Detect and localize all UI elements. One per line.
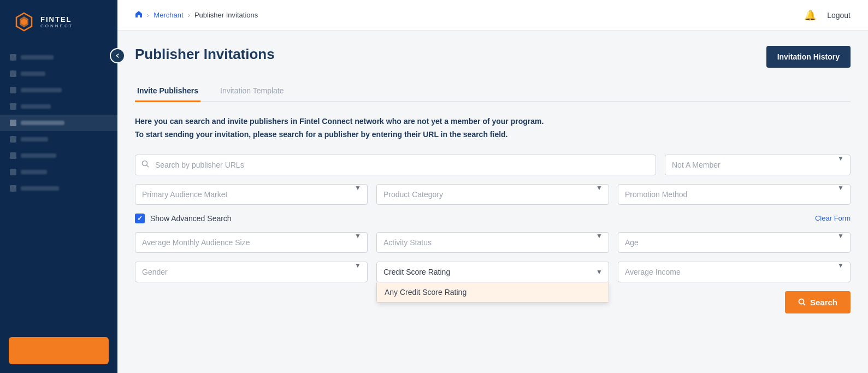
sidebar-item[interactable]: [0, 147, 117, 164]
promotion-method-dropdown[interactable]: Promotion Method: [618, 184, 851, 205]
sidebar-item[interactable]: [0, 49, 117, 66]
description: Here you can search and invite publisher…: [135, 115, 851, 141]
sidebar-item[interactable]: [0, 82, 117, 98]
sidebar-bottom: [0, 328, 117, 373]
sidebar-item[interactable]: [0, 66, 117, 82]
breadcrumb-sep1: ›: [147, 11, 149, 19]
activity-status-wrapper: Activity Status ▼: [376, 232, 609, 253]
svg-point-3: [143, 161, 147, 166]
page-header: Publisher Invitations Invitation History: [135, 46, 851, 68]
credit-score-select-container: Credit Score Rating ▼: [376, 262, 609, 282]
svg-line-6: [803, 304, 805, 306]
main-content: › Merchant › Publisher Invitations 🔔 Log…: [117, 0, 868, 373]
sidebar-item[interactable]: [0, 180, 117, 197]
breadcrumb-sep2: ›: [188, 11, 190, 19]
search-icon: [141, 160, 149, 169]
sidebar-toggle[interactable]: [110, 48, 125, 63]
topbar: › Merchant › Publisher Invitations 🔔 Log…: [117, 0, 868, 31]
age-wrapper: Age ▼: [618, 232, 851, 253]
filter-row-2: Primary Audience Market ▼ Product Catego…: [135, 184, 851, 205]
age-dropdown[interactable]: Age: [618, 232, 851, 253]
search-btn-icon: [798, 298, 806, 306]
search-btn-label: Search: [810, 298, 837, 307]
breadcrumb-current: Publisher Invitations: [194, 11, 258, 19]
logout-button[interactable]: Logout: [827, 11, 851, 20]
svg-point-5: [799, 299, 804, 304]
sidebar-promo-block: [9, 337, 109, 364]
sidebar-item[interactable]: [0, 164, 117, 180]
chevron-left-icon: [115, 53, 120, 58]
breadcrumb-home-icon[interactable]: [135, 10, 143, 20]
primary-audience-dropdown[interactable]: Primary Audience Market: [135, 184, 368, 205]
gender-dropdown[interactable]: Gender: [135, 262, 368, 282]
notification-bell-icon[interactable]: 🔔: [804, 9, 816, 21]
breadcrumb-merchant[interactable]: Merchant: [153, 11, 183, 19]
logo: FINTEL CONNECT: [0, 0, 117, 44]
show-advanced-checkbox[interactable]: ✓: [135, 214, 145, 223]
sidebar-item[interactable]: [0, 98, 117, 115]
advanced-left: ✓ Show Advanced Search: [135, 214, 232, 223]
fintel-logo-icon: [13, 11, 35, 33]
topbar-right: 🔔 Logout: [804, 9, 851, 21]
search-input[interactable]: [135, 155, 656, 175]
search-button[interactable]: Search: [785, 291, 851, 313]
credit-score-wrapper: Credit Score Rating ▼ Any Credit Score R…: [376, 262, 609, 282]
advanced-search-row: ✓ Show Advanced Search Clear Form: [135, 214, 851, 223]
sidebar-nav: [0, 44, 117, 328]
tab-invite-publishers[interactable]: Invite Publishers: [135, 81, 200, 102]
show-advanced-label[interactable]: Show Advanced Search: [150, 214, 232, 223]
average-income-wrapper: Average Income ▼: [618, 262, 851, 282]
page-title: Publisher Invitations: [135, 46, 275, 63]
average-income-dropdown[interactable]: Average Income: [618, 262, 851, 282]
breadcrumb: › Merchant › Publisher Invitations: [135, 10, 258, 20]
advanced-filter-row-2: Gender ▼ Credit Score Rating ▼ Any Credi…: [135, 262, 851, 282]
audience-size-dropdown[interactable]: Average Monthly Audience Size: [135, 232, 368, 253]
activity-status-dropdown[interactable]: Activity Status: [376, 232, 609, 253]
description-line1: Here you can search and invite publisher…: [135, 115, 851, 128]
sidebar-item[interactable]: [0, 115, 117, 131]
member-status-dropdown[interactable]: Not A Member Member All: [665, 155, 851, 175]
clear-form-link[interactable]: Clear Form: [815, 214, 851, 222]
product-category-wrapper: Product Category ▼: [376, 184, 609, 205]
credit-score-option-any[interactable]: Any Credit Score Rating: [377, 282, 609, 302]
member-status-wrapper: Not A Member Member All ▼: [665, 155, 851, 175]
gender-wrapper: Gender ▼: [135, 262, 368, 282]
sidebar: FINTEL CONNECT: [0, 0, 117, 373]
credit-score-options: Any Credit Score Rating: [376, 282, 609, 303]
svg-line-4: [147, 165, 149, 168]
tabs: Invite Publishers Invitation Template: [135, 81, 851, 102]
description-line2: To start sending your invitation, please…: [135, 128, 851, 141]
checkbox-check-icon: ✓: [137, 215, 143, 222]
filter-row-1: Not A Member Member All ▼: [135, 155, 851, 175]
tab-invitation-template[interactable]: Invitation Template: [218, 81, 286, 102]
audience-size-wrapper: Average Monthly Audience Size ▼: [135, 232, 368, 253]
invitation-history-button[interactable]: Invitation History: [766, 46, 851, 68]
content-area: Publisher Invitations Invitation History…: [117, 31, 868, 373]
advanced-filter-row-1: Average Monthly Audience Size ▼ Activity…: [135, 232, 851, 253]
sidebar-item[interactable]: [0, 131, 117, 147]
logo-text: FINTEL CONNECT: [40, 15, 74, 28]
credit-score-dropdown[interactable]: Credit Score Rating: [376, 262, 609, 282]
search-input-wrapper: [135, 155, 656, 175]
primary-audience-wrapper: Primary Audience Market ▼: [135, 184, 368, 205]
product-category-dropdown[interactable]: Product Category: [376, 184, 609, 205]
promotion-method-wrapper: Promotion Method ▼: [618, 184, 851, 205]
